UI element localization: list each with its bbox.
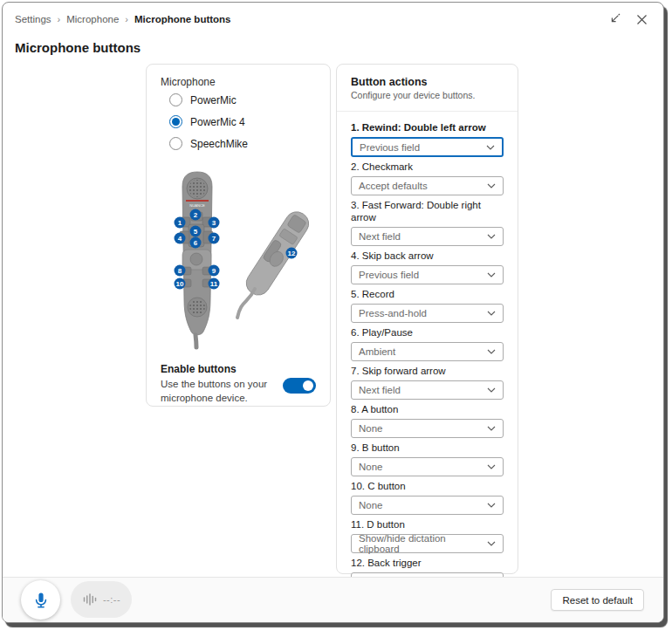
- close-icon[interactable]: [636, 14, 648, 25]
- microphone-group-label: Microphone: [161, 76, 330, 88]
- chevron-right-icon: ›: [58, 14, 61, 24]
- collapse-icon[interactable]: [607, 13, 621, 26]
- action-dropdown[interactable]: None: [351, 419, 504, 438]
- screen: Settings › Microphone › Microphone butto…: [0, 0, 672, 630]
- action-item-label: 12. Back trigger: [351, 557, 504, 569]
- device-badge-3: 3: [209, 217, 220, 229]
- action-item-label: 10. C button: [351, 480, 504, 492]
- radio-option-label: SpeechMike: [190, 138, 248, 150]
- action-dropdown-value: Press-and-hold: [359, 308, 427, 318]
- waveform-icon: [82, 592, 98, 607]
- chevron-down-icon: [487, 349, 496, 354]
- microphone-radio-option[interactable]: SpeechMike: [169, 137, 330, 150]
- breadcrumb-microphone-buttons: Microphone buttons: [134, 14, 231, 24]
- device-badge-6: 6: [190, 237, 202, 249]
- action-dropdown[interactable]: Previous field: [351, 137, 504, 157]
- action-item: 2. Checkmark Accept defaults: [351, 161, 504, 195]
- radio-icon[interactable]: [169, 93, 182, 106]
- chevron-down-icon: [487, 272, 496, 277]
- breadcrumb: Settings › Microphone › Microphone butto…: [15, 14, 231, 24]
- microphone-radio-option[interactable]: PowerMic 4: [169, 115, 330, 128]
- radio-option-label: PowerMic 4: [190, 116, 245, 128]
- action-dropdown-value: None: [359, 462, 383, 472]
- chevron-right-icon: ›: [125, 14, 128, 24]
- action-list: 1. Rewind: Double left arrow Previous fi…: [337, 121, 518, 592]
- enable-buttons-toggle[interactable]: [283, 378, 316, 394]
- action-dropdown[interactable]: None: [351, 457, 504, 476]
- action-item-label: 11. D button: [351, 518, 504, 531]
- action-dropdown[interactable]: Press-and-hold: [351, 304, 504, 323]
- radio-option-label: PowerMic: [190, 94, 237, 106]
- chevron-down-icon: [487, 426, 496, 431]
- recording-timer: --:--: [103, 594, 120, 605]
- chevron-down-icon: [487, 387, 496, 393]
- action-item-label: 3. Fast Forward: Double right arrow: [351, 199, 504, 223]
- device-badge-12: 12: [286, 248, 298, 259]
- device-illustration: NUANCE: [157, 171, 318, 350]
- microphone-icon: [32, 592, 50, 609]
- audio-meter-pill[interactable]: --:--: [71, 581, 132, 618]
- action-dropdown[interactable]: Previous field: [351, 265, 504, 284]
- device-badge-10: 10: [175, 278, 186, 290]
- action-dropdown[interactable]: Ambient: [351, 342, 504, 361]
- action-dropdown[interactable]: Next field: [351, 380, 504, 400]
- chevron-down-icon: [487, 183, 496, 188]
- device-badge-4: 4: [175, 233, 186, 244]
- microphone-button[interactable]: [21, 580, 60, 620]
- action-item-label: 2. Checkmark: [351, 161, 504, 173]
- action-dropdown-value: Previous field: [360, 142, 420, 153]
- microphone-radio-option[interactable]: PowerMic: [169, 93, 330, 106]
- action-item-label: 8. A button: [351, 403, 504, 415]
- action-dropdown[interactable]: Next field: [351, 227, 504, 246]
- action-dropdown[interactable]: None: [351, 496, 504, 515]
- device-badge-8: 8: [175, 265, 186, 277]
- reset-to-default-button[interactable]: Reset to default: [551, 589, 644, 611]
- action-item: 7. Skip forward arrow Next field: [351, 365, 504, 400]
- radio-icon[interactable]: [169, 115, 182, 128]
- chevron-down-icon: [486, 145, 495, 150]
- microphone-panel: Microphone PowerMic PowerMic 4 SpeechMik…: [146, 64, 331, 407]
- device-badge-11: 11: [209, 278, 220, 290]
- action-dropdown-value: None: [359, 500, 383, 510]
- button-actions-subtitle: Configure your device buttons.: [351, 90, 504, 100]
- action-dropdown-value: None: [359, 423, 383, 434]
- action-item: 10. C button None: [351, 480, 504, 515]
- chevron-down-icon: [487, 541, 496, 546]
- footer-bar: --:-- Reset to default: [3, 577, 663, 622]
- action-item-label: 4. Skip back arrow: [351, 250, 504, 262]
- button-actions-panel: Button actions Configure your device but…: [336, 64, 518, 574]
- page-title: Microphone buttons: [15, 40, 141, 55]
- action-item-label: 5. Record: [351, 288, 504, 300]
- radio-icon[interactable]: [169, 137, 182, 150]
- action-item: 3. Fast Forward: Double right arrow Next…: [351, 199, 504, 246]
- action-item-label: 9. B button: [351, 442, 504, 454]
- action-dropdown[interactable]: Show/hide dictation clipboard: [351, 534, 504, 553]
- chevron-down-icon: [487, 503, 496, 508]
- action-dropdown-value: Next field: [359, 231, 401, 242]
- device-badge-7: 7: [209, 233, 220, 244]
- action-item-label: 1. Rewind: Double left arrow: [351, 121, 504, 134]
- enable-buttons-description: Use the buttons on your microphone devic…: [161, 378, 276, 405]
- chevron-down-icon: [487, 311, 496, 316]
- action-item: 6. Play/Pause Ambient: [351, 326, 504, 361]
- breadcrumb-settings[interactable]: Settings: [15, 14, 51, 24]
- action-item-label: 6. Play/Pause: [351, 326, 504, 339]
- device-badge-1: 1: [175, 217, 186, 229]
- chevron-down-icon: [487, 234, 496, 239]
- breadcrumb-microphone[interactable]: Microphone: [66, 14, 119, 24]
- powermic-image: NUANCE: [157, 171, 318, 350]
- action-item: 4. Skip back arrow Previous field: [351, 250, 504, 284]
- action-item: 5. Record Press-and-hold: [351, 288, 504, 323]
- chevron-down-icon: [487, 464, 496, 469]
- action-dropdown[interactable]: Accept defaults: [351, 176, 504, 195]
- action-dropdown-value: Show/hide dictation clipboard: [359, 533, 482, 554]
- action-item-label: 7. Skip forward arrow: [351, 365, 504, 377]
- enable-buttons-setting: Enable buttons Use the buttons on your m…: [161, 363, 318, 405]
- action-dropdown-value: Ambient: [359, 346, 395, 357]
- action-dropdown-value: Previous field: [359, 270, 419, 280]
- action-item: 11. D button Show/hide dictation clipboa…: [351, 518, 504, 553]
- device-badge-5: 5: [190, 226, 202, 237]
- microphone-radio-group: PowerMic PowerMic 4 SpeechMike: [147, 93, 330, 150]
- svg-text:NUANCE: NUANCE: [189, 203, 205, 208]
- action-dropdown-value: Accept defaults: [359, 181, 428, 191]
